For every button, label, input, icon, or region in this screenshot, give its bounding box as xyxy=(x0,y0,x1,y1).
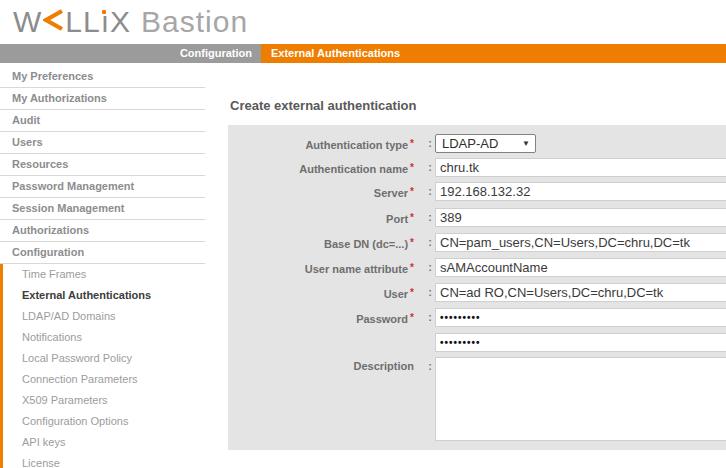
user-input[interactable] xyxy=(435,283,726,302)
logo-letter-i: ı xyxy=(101,3,110,41)
sidebar-item-password-management[interactable]: Password Management xyxy=(0,176,205,198)
description-textarea[interactable] xyxy=(435,357,726,441)
logo-letters-ll: LL xyxy=(65,5,100,38)
wallix-bastion-logo: WLLıXBastion xyxy=(13,3,248,41)
logo-a-glyph-icon xyxy=(43,8,64,32)
sidebar-subitem-configuration-options[interactable]: Configuration Options xyxy=(3,411,205,432)
sidebar-item-audit[interactable]: Audit xyxy=(0,110,205,132)
required-marker: * xyxy=(410,212,414,223)
sidebar-configuration-submenu: Time Frames External Authentications LDA… xyxy=(0,264,205,468)
sidebar-item-my-authorizations[interactable]: My Authorizations xyxy=(0,88,205,110)
form-row-user: User* : xyxy=(228,283,726,302)
authentication-name-input[interactable] xyxy=(435,158,726,177)
breadcrumb-external-authentications[interactable]: External Authentications xyxy=(261,44,726,63)
authentication-type-select[interactable]: LDAP-AD ▼ xyxy=(435,134,536,153)
sidebar: My Preferences My Authorizations Audit U… xyxy=(0,63,205,468)
sidebar-item-configuration[interactable]: Configuration xyxy=(0,242,205,264)
form-row-authentication-type: Authentication type* : LDAP-AD ▼ xyxy=(228,134,726,153)
password-input[interactable] xyxy=(435,308,726,327)
form-row-server: Server* : xyxy=(228,182,726,201)
sidebar-item-my-preferences[interactable]: My Preferences xyxy=(0,66,205,88)
sidebar-subitem-ldap-ad-domains[interactable]: LDAP/AD Domains xyxy=(3,306,205,327)
authentication-type-value: LDAP-AD xyxy=(442,135,498,152)
create-authentication-form: Authentication type* : LDAP-AD ▼ Authent… xyxy=(228,125,726,450)
wallix-bastion-window: WLLıXBastion Configuration External Auth… xyxy=(0,0,726,468)
form-row-port: Port* : xyxy=(228,208,726,227)
required-marker: * xyxy=(410,138,414,149)
sidebar-subitem-notifications[interactable]: Notifications xyxy=(3,327,205,348)
form-row-password: Password* : xyxy=(228,308,726,327)
required-marker: * xyxy=(410,287,414,298)
sidebar-item-resources[interactable]: Resources xyxy=(0,154,205,176)
form-row-base-dn: Base DN (dc=...)* : xyxy=(228,233,726,252)
user-name-attribute-input[interactable] xyxy=(435,258,726,277)
required-marker: * xyxy=(410,237,414,248)
sidebar-subitem-x509-parameters[interactable]: X509 Parameters xyxy=(3,390,205,411)
sidebar-subitem-external-authentications[interactable]: External Authentications xyxy=(3,285,205,306)
logo-product-name: Bastion xyxy=(141,5,248,38)
base-dn-input[interactable] xyxy=(435,233,726,252)
required-marker: * xyxy=(410,312,414,323)
form-row-user-name-attribute: User name attribute* : xyxy=(228,258,726,277)
sidebar-item-authorizations[interactable]: Authorizations xyxy=(0,220,205,242)
server-input[interactable] xyxy=(435,182,726,201)
sidebar-item-users[interactable]: Users xyxy=(0,132,205,154)
logo-letter-x: X xyxy=(110,5,131,38)
breadcrumb-bar: Configuration External Authentications xyxy=(0,44,726,63)
breadcrumb-configuration[interactable]: Configuration xyxy=(0,44,261,63)
sidebar-item-session-management[interactable]: Session Management xyxy=(0,198,205,220)
sidebar-subitem-time-frames[interactable]: Time Frames xyxy=(3,264,205,285)
form-row-authentication-name: Authentication name* : xyxy=(228,158,726,177)
logo-i-dot-icon xyxy=(102,10,106,14)
required-marker: * xyxy=(410,262,414,273)
sidebar-subitem-local-password-policy[interactable]: Local Password Policy xyxy=(3,348,205,369)
port-input[interactable] xyxy=(435,208,726,227)
sidebar-subitem-license[interactable]: License xyxy=(3,453,205,468)
chevron-down-icon: ▼ xyxy=(522,135,530,152)
port-label: Port* xyxy=(228,208,414,229)
server-label: Server* xyxy=(228,182,414,203)
authentication-name-label: Authentication name* xyxy=(228,158,414,179)
base-dn-label: Base DN (dc=...)* xyxy=(228,233,414,254)
description-label: Description xyxy=(228,357,414,376)
form-row-password-confirm xyxy=(228,333,726,352)
user-name-attribute-label: User name attribute* xyxy=(228,258,414,279)
sidebar-subitem-connection-parameters[interactable]: Connection Parameters xyxy=(3,369,205,390)
password-confirm-input[interactable] xyxy=(435,333,726,352)
user-label: User* xyxy=(228,283,414,304)
header: WLLıXBastion xyxy=(0,0,726,44)
required-marker: * xyxy=(410,162,414,173)
required-marker: * xyxy=(410,186,414,197)
page-title: Create external authentication xyxy=(230,98,416,113)
authentication-type-label: Authentication type* xyxy=(228,134,414,155)
logo-letter-w: W xyxy=(13,5,42,38)
sidebar-subitem-api-keys[interactable]: API keys xyxy=(3,432,205,453)
password-label: Password* xyxy=(228,308,414,329)
form-row-description: Description : xyxy=(228,357,726,441)
